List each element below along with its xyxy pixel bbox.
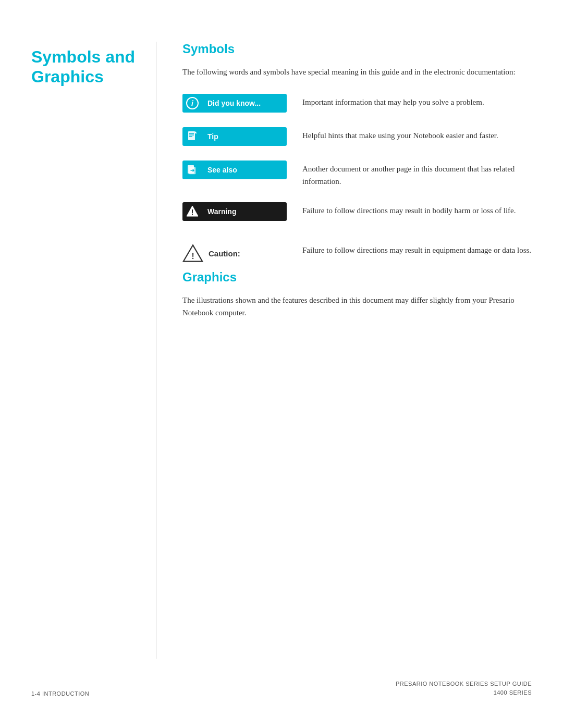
warning-badge: ! Warning xyxy=(182,202,287,221)
caution-icon: ! xyxy=(182,244,203,263)
graphics-description: The illustrations shown and the features… xyxy=(182,294,532,319)
footer-title-line2: 1400 Series xyxy=(396,688,532,697)
footer-title: Presario Notebook Series Setup Guide 140… xyxy=(396,680,532,697)
see-also-badge: See also xyxy=(182,161,287,179)
did-you-know-description: Important information that may help you … xyxy=(302,94,484,108)
list-item: See also Another document or another pag… xyxy=(182,161,532,188)
symbols-section: Symbols The following words and symbols … xyxy=(182,42,532,265)
symbols-heading: Symbols xyxy=(182,42,532,56)
graphics-section: Graphics The illustrations shown and the… xyxy=(182,270,532,319)
list-item: ! Warning Failure to follow directions m… xyxy=(182,202,532,221)
did-you-know-badge: i Did you know... xyxy=(182,94,287,113)
see-also-description: Another document or another page in this… xyxy=(302,161,532,188)
graphics-heading: Graphics xyxy=(182,270,532,285)
caution-icon-area: ! Caution: xyxy=(182,242,287,265)
warning-label: Warning xyxy=(202,207,241,216)
list-item: Tip Helpful hints that make using your N… xyxy=(182,127,532,146)
svg-text:!: ! xyxy=(191,252,194,261)
tip-badge: Tip xyxy=(182,127,287,146)
list-item: i Did you know... Important information … xyxy=(182,94,532,113)
right-column: Symbols The following words and symbols … xyxy=(156,42,532,659)
page-title: Symbols and Graphics xyxy=(31,47,140,87)
did-you-know-label: Did you know... xyxy=(202,99,266,107)
tip-label: Tip xyxy=(202,132,224,141)
caution-label: Caution: xyxy=(209,249,240,258)
footer-page-number: 1-4 Introduction xyxy=(31,690,89,697)
page-footer: 1-4 Introduction Presario Notebook Serie… xyxy=(31,659,532,697)
warning-description: Failure to follow directions may result … xyxy=(302,202,516,217)
tip-icon xyxy=(182,127,202,146)
see-also-label: See also xyxy=(202,166,242,174)
warning-icon: ! xyxy=(182,202,202,221)
see-also-icon xyxy=(182,161,202,179)
footer-title-line1: Presario Notebook Series Setup Guide xyxy=(396,680,532,688)
caution-description: Failure to follow directions may result … xyxy=(302,242,531,256)
tip-description: Helpful hints that make using your Noteb… xyxy=(302,127,498,142)
caution-item: ! Caution: Failure to follow directions … xyxy=(182,242,532,265)
svg-rect-0 xyxy=(188,131,195,140)
symbols-list: i Did you know... Important information … xyxy=(182,94,532,221)
main-content: Symbols and Graphics Symbols The followi… xyxy=(31,42,532,659)
page-container: Symbols and Graphics Symbols The followi… xyxy=(0,0,563,728)
symbols-intro: The following words and symbols have spe… xyxy=(182,66,532,78)
info-icon: i xyxy=(182,94,202,113)
svg-text:!: ! xyxy=(191,208,194,216)
left-column: Symbols and Graphics xyxy=(31,42,156,659)
